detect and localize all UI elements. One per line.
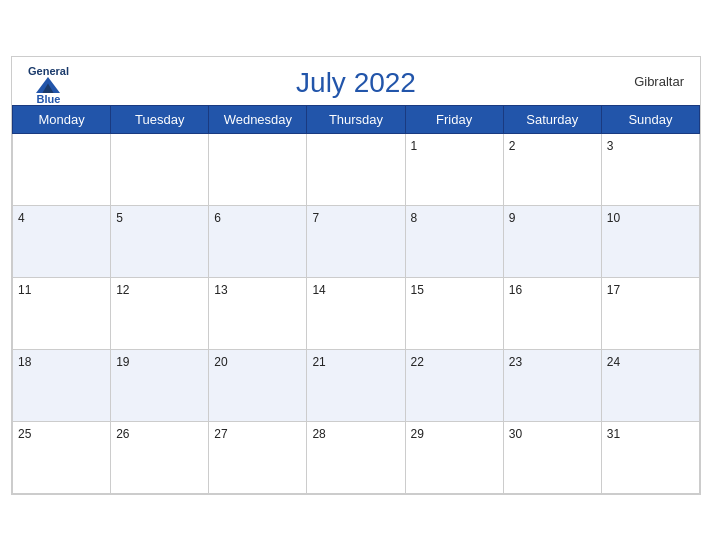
- day-number: 29: [411, 427, 424, 441]
- calendar-cell: 23: [503, 349, 601, 421]
- day-number: 15: [411, 283, 424, 297]
- month-title: July 2022: [296, 67, 416, 99]
- week-row-2: 45678910: [13, 205, 700, 277]
- weekday-header-row: MondayTuesdayWednesdayThursdayFridaySatu…: [13, 105, 700, 133]
- calendar-grid: MondayTuesdayWednesdayThursdayFridaySatu…: [12, 105, 700, 494]
- day-number: 13: [214, 283, 227, 297]
- calendar-cell: [111, 133, 209, 205]
- day-number: 22: [411, 355, 424, 369]
- calendar-cell: 2: [503, 133, 601, 205]
- day-number: 3: [607, 139, 614, 153]
- day-number: 5: [116, 211, 123, 225]
- calendar-cell: 17: [601, 277, 699, 349]
- calendar-cell: 9: [503, 205, 601, 277]
- logo: General Blue: [28, 65, 69, 105]
- calendar-cell: [209, 133, 307, 205]
- day-number: 26: [116, 427, 129, 441]
- calendar-cell: 21: [307, 349, 405, 421]
- day-number: 9: [509, 211, 516, 225]
- day-number: 30: [509, 427, 522, 441]
- day-number: 14: [312, 283, 325, 297]
- day-number: 25: [18, 427, 31, 441]
- calendar-cell: 6: [209, 205, 307, 277]
- day-number: 6: [214, 211, 221, 225]
- logo-icon: [36, 77, 60, 93]
- calendar-header: General Blue July 2022 Gibraltar: [12, 57, 700, 105]
- day-number: 12: [116, 283, 129, 297]
- calendar-cell: 10: [601, 205, 699, 277]
- week-row-3: 11121314151617: [13, 277, 700, 349]
- calendar-cell: 31: [601, 421, 699, 493]
- calendar-cell: 5: [111, 205, 209, 277]
- week-row-4: 18192021222324: [13, 349, 700, 421]
- calendar-cell: 29: [405, 421, 503, 493]
- calendar-cell: 15: [405, 277, 503, 349]
- calendar-cell: 3: [601, 133, 699, 205]
- calendar-cell: 28: [307, 421, 405, 493]
- weekday-header-saturday: Saturday: [503, 105, 601, 133]
- logo-general: General: [28, 65, 69, 77]
- calendar-cell: 27: [209, 421, 307, 493]
- day-number: 17: [607, 283, 620, 297]
- day-number: 2: [509, 139, 516, 153]
- day-number: 23: [509, 355, 522, 369]
- calendar-cell: 20: [209, 349, 307, 421]
- calendar-body: 1234567891011121314151617181920212223242…: [13, 133, 700, 493]
- weekday-header-monday: Monday: [13, 105, 111, 133]
- calendar-cell: 18: [13, 349, 111, 421]
- calendar-cell: 30: [503, 421, 601, 493]
- day-number: 1: [411, 139, 418, 153]
- calendar-cell: 4: [13, 205, 111, 277]
- region-label: Gibraltar: [634, 73, 684, 88]
- weekday-header-tuesday: Tuesday: [111, 105, 209, 133]
- calendar: General Blue July 2022 Gibraltar MondayT…: [11, 56, 701, 495]
- day-number: 18: [18, 355, 31, 369]
- day-number: 27: [214, 427, 227, 441]
- calendar-cell: 25: [13, 421, 111, 493]
- calendar-cell: 8: [405, 205, 503, 277]
- day-number: 21: [312, 355, 325, 369]
- day-number: 24: [607, 355, 620, 369]
- calendar-cell: 13: [209, 277, 307, 349]
- calendar-cell: 26: [111, 421, 209, 493]
- calendar-cell: 22: [405, 349, 503, 421]
- calendar-cell: 7: [307, 205, 405, 277]
- week-row-1: 123: [13, 133, 700, 205]
- logo-blue: Blue: [37, 93, 61, 105]
- day-number: 28: [312, 427, 325, 441]
- day-number: 19: [116, 355, 129, 369]
- day-number: 20: [214, 355, 227, 369]
- day-number: 4: [18, 211, 25, 225]
- calendar-cell: 1: [405, 133, 503, 205]
- calendar-cell: 16: [503, 277, 601, 349]
- calendar-cell: [307, 133, 405, 205]
- day-number: 11: [18, 283, 31, 297]
- weekday-header-sunday: Sunday: [601, 105, 699, 133]
- day-number: 7: [312, 211, 319, 225]
- weekday-header-wednesday: Wednesday: [209, 105, 307, 133]
- calendar-cell: 11: [13, 277, 111, 349]
- calendar-cell: 14: [307, 277, 405, 349]
- weekday-header-friday: Friday: [405, 105, 503, 133]
- day-number: 8: [411, 211, 418, 225]
- calendar-cell: 24: [601, 349, 699, 421]
- day-number: 10: [607, 211, 620, 225]
- calendar-cell: 12: [111, 277, 209, 349]
- calendar-cell: [13, 133, 111, 205]
- calendar-cell: 19: [111, 349, 209, 421]
- day-number: 31: [607, 427, 620, 441]
- day-number: 16: [509, 283, 522, 297]
- weekday-header-thursday: Thursday: [307, 105, 405, 133]
- week-row-5: 25262728293031: [13, 421, 700, 493]
